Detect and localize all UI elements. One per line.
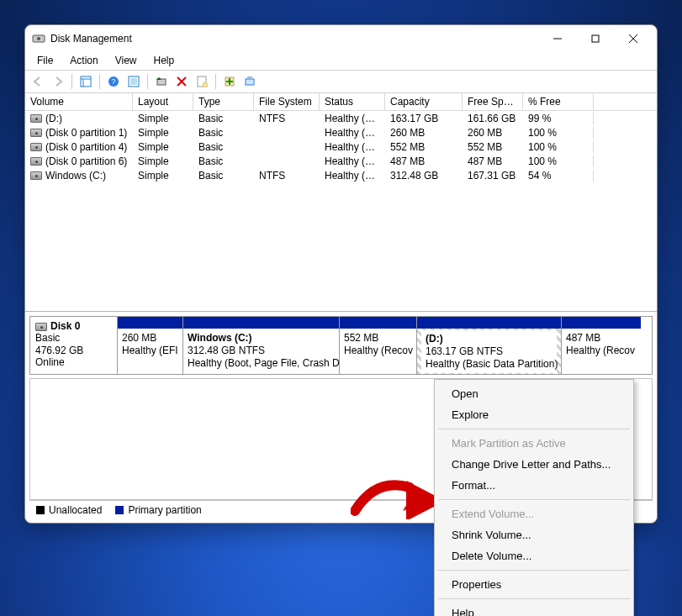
col-layout[interactable]: Layout: [133, 93, 193, 111]
refresh-button[interactable]: [152, 72, 171, 91]
cell: 260 MB: [385, 127, 463, 139]
cell: Simple: [133, 141, 193, 153]
action-blue-icon[interactable]: [241, 72, 259, 91]
svg-rect-13: [157, 79, 166, 85]
cell: Basic: [193, 155, 254, 167]
context-menu-item: Mark Partition as Active: [436, 433, 632, 454]
context-menu-separator: [438, 499, 630, 500]
cell: 100 %: [523, 141, 594, 153]
show-hide-tree-button[interactable]: [77, 72, 95, 91]
settings-button[interactable]: [124, 72, 143, 91]
table-row[interactable]: Windows (C:)SimpleBasicNTFSHealthy (B...…: [25, 168, 657, 182]
legend-unallocated: Unallocated: [49, 504, 102, 516]
context-menu-separator: [438, 429, 630, 429]
menu-view[interactable]: View: [108, 53, 144, 68]
cell: Windows (C:): [25, 170, 133, 182]
menu-file[interactable]: File: [30, 53, 60, 68]
context-menu: OpenExploreMark Partition as ActiveChang…: [434, 379, 634, 616]
cell: 100 %: [523, 155, 594, 167]
disk-size: 476.92 GB: [35, 345, 83, 356]
delete-icon[interactable]: [172, 72, 191, 91]
cell: Basic: [193, 127, 254, 139]
col-pctfree[interactable]: % Free: [523, 93, 594, 111]
action-green-icon[interactable]: [220, 72, 239, 91]
context-menu-item[interactable]: Explore: [436, 404, 632, 425]
cell: 167.31 GB: [463, 170, 523, 182]
partition[interactable]: 552 MBHealthy (Recov: [340, 317, 417, 374]
maximize-button[interactable]: [576, 27, 614, 50]
svg-rect-12: [130, 78, 137, 85]
svg-point-17: [203, 82, 208, 87]
cell: 487 MB: [385, 155, 463, 167]
forward-button[interactable]: [49, 72, 67, 91]
close-button[interactable]: [614, 27, 652, 50]
col-volume[interactable]: Volume: [25, 93, 133, 111]
col-status[interactable]: Status: [320, 93, 385, 111]
partition-strip: 260 MBHealthy (EFIWindows (C:)312.48 GB …: [118, 317, 652, 374]
cell: 312.48 GB: [385, 170, 463, 182]
partition[interactable]: (D:)163.17 GB NTFSHealthy (Basic Data Pa…: [417, 317, 562, 374]
col-type[interactable]: Type: [193, 93, 254, 111]
partition[interactable]: 260 MBHealthy (EFI: [118, 317, 183, 374]
context-menu-item: Extend Volume...: [436, 503, 632, 524]
volume-table: Volume Layout Type File System Status Ca…: [25, 93, 657, 312]
cell: (Disk 0 partition 6): [25, 155, 133, 167]
cell: Healthy (E...: [320, 127, 385, 139]
cell: 54 %: [523, 170, 594, 182]
cell: 260 MB: [463, 127, 523, 139]
context-menu-item[interactable]: Format...: [436, 475, 632, 496]
table-row[interactable]: (Disk 0 partition 4)SimpleBasicHealthy (…: [25, 140, 657, 154]
disk-header[interactable]: Disk 0 Basic 476.92 GB Online: [30, 317, 118, 374]
svg-text:?: ?: [111, 77, 115, 86]
col-filesystem[interactable]: File System: [254, 93, 320, 111]
cell: Basic: [193, 170, 254, 182]
cell: 552 MB: [385, 141, 463, 153]
table-row[interactable]: (Disk 0 partition 1)SimpleBasicHealthy (…: [25, 125, 657, 140]
col-freespace[interactable]: Free Spa...: [463, 93, 523, 111]
minimize-button[interactable]: [538, 27, 576, 50]
cell: 100 %: [523, 127, 594, 139]
cell: (Disk 0 partition 1): [25, 127, 133, 139]
col-capacity[interactable]: Capacity: [385, 93, 463, 111]
disk-row: Disk 0 Basic 476.92 GB Online 260 MBHeal…: [29, 316, 653, 375]
disk-type: Basic: [35, 332, 60, 344]
swatch-unallocated: [36, 506, 45, 514]
context-menu-item[interactable]: Change Drive Letter and Paths...: [436, 454, 632, 475]
cell: Simple: [133, 170, 193, 182]
context-menu-separator: [438, 570, 630, 571]
volume-table-body[interactable]: (D:)SimpleBasicNTFSHealthy (B...163.17 G…: [25, 111, 657, 311]
desktop-background: Disk Management File Action View Help ?: [0, 0, 682, 616]
context-menu-item[interactable]: Open: [436, 383, 632, 404]
cell: Healthy (B...: [320, 170, 385, 182]
cell: Simple: [133, 113, 193, 124]
context-menu-item[interactable]: Shrink Volume...: [436, 524, 632, 545]
table-row[interactable]: (Disk 0 partition 6)SimpleBasicHealthy (…: [25, 154, 657, 168]
menu-bar: File Action View Help: [25, 51, 657, 70]
svg-rect-6: [81, 76, 91, 87]
cell: 161.66 GB: [463, 113, 523, 124]
window-title: Disk Management: [50, 33, 132, 45]
context-menu-item[interactable]: Properties: [436, 574, 632, 595]
back-button[interactable]: [29, 72, 47, 91]
menu-help[interactable]: Help: [147, 53, 182, 68]
svg-point-1: [37, 37, 40, 40]
cell: Healthy (B...: [320, 113, 385, 124]
cell: 99 %: [523, 113, 594, 124]
cell: 487 MB: [463, 155, 523, 167]
title-bar[interactable]: Disk Management: [25, 25, 657, 51]
cell: (Disk 0 partition 4): [25, 141, 133, 153]
properties-icon[interactable]: [193, 72, 211, 91]
context-menu-item[interactable]: Delete Volume...: [436, 545, 632, 566]
swatch-primary: [115, 506, 124, 514]
menu-action[interactable]: Action: [63, 53, 104, 68]
help-button[interactable]: ?: [104, 72, 123, 91]
cell: 163.17 GB: [385, 113, 463, 124]
cell: 552 MB: [463, 141, 523, 153]
partition[interactable]: 487 MBHealthy (Recov: [562, 317, 641, 374]
context-menu-item[interactable]: Help: [436, 603, 632, 616]
partition[interactable]: Windows (C:)312.48 GB NTFSHealthy (Boot,…: [183, 317, 340, 374]
legend-primary: Primary partition: [128, 504, 201, 516]
svg-rect-19: [246, 79, 254, 85]
table-row[interactable]: (D:)SimpleBasicNTFSHealthy (B...163.17 G…: [25, 111, 657, 125]
cell: Basic: [193, 113, 254, 124]
